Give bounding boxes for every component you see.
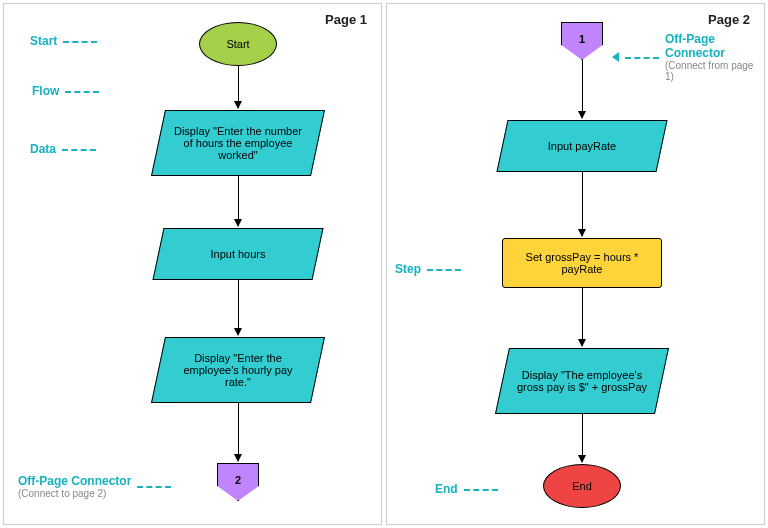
annot-offpage-in-text: Off-Page Connector (Connect from page 1) xyxy=(665,32,764,82)
dash-icon xyxy=(464,482,498,496)
dash-icon xyxy=(625,50,659,64)
annot-flow: Flow xyxy=(32,84,105,98)
data2-text: Input hours xyxy=(169,248,307,260)
annot-step-text: Step xyxy=(395,262,421,276)
annot-data: Data xyxy=(30,142,102,156)
p2-data2-text: Display "The employee's gross pay is $" … xyxy=(513,369,651,393)
flow-arrow-8 xyxy=(582,414,583,462)
flow-arrow-4 xyxy=(238,403,239,461)
page-2: Page 2 Off-Page Connector (Connect from … xyxy=(386,3,765,525)
data1-text: Display "Enter the number of hours the e… xyxy=(169,125,307,161)
annot-start: Start xyxy=(30,34,103,48)
connector-label-2: 2 xyxy=(235,474,241,486)
offpage-connector-in: 1 xyxy=(561,22,603,60)
data-display-2: Display "Enter the employee's hourly pay… xyxy=(151,337,325,403)
start-terminator: Start xyxy=(199,22,277,66)
data-display-gross: Display "The employee's gross pay is $" … xyxy=(495,348,669,414)
annot-offpage: Off-Page Connector (Connect to page 2) xyxy=(18,474,177,499)
dash-icon xyxy=(137,480,171,494)
offpage-sub: (Connect to page 2) xyxy=(18,488,131,499)
page-1: Page 1 Start Flow Data Off-Page Connecto… xyxy=(3,3,382,525)
start-label: Start xyxy=(226,38,249,50)
flow-arrow-7 xyxy=(582,288,583,346)
annot-start-text: Start xyxy=(30,34,57,48)
dash-icon xyxy=(427,262,461,276)
offpage-connector-out: 2 xyxy=(217,463,259,501)
dash-icon xyxy=(65,84,99,98)
flow-arrow-3 xyxy=(238,280,239,335)
annot-end: End xyxy=(435,482,504,496)
arrow-icon xyxy=(612,52,619,62)
offpage-label: Off-Page Connector xyxy=(18,474,131,488)
p2-data1-text: Input payRate xyxy=(513,140,651,152)
annot-flow-text: Flow xyxy=(32,84,59,98)
data3-text: Display "Enter the employee's hourly pay… xyxy=(169,352,307,388)
process-text: Set grossPay = hours * payRate xyxy=(513,251,651,275)
dash-icon xyxy=(62,142,96,156)
pages-container: Page 1 Start Flow Data Off-Page Connecto… xyxy=(0,0,768,528)
page-title-2: Page 2 xyxy=(708,12,750,27)
page-title-1: Page 1 xyxy=(325,12,367,27)
annot-data-text: Data xyxy=(30,142,56,156)
annot-end-text: End xyxy=(435,482,458,496)
data-input-hours: Input hours xyxy=(152,228,323,280)
end-terminator: End xyxy=(543,464,621,508)
dash-icon xyxy=(63,34,97,48)
flow-arrow-1 xyxy=(238,66,239,108)
offpage-in-label: Off-Page Connector xyxy=(665,32,725,60)
annot-offpage-text: Off-Page Connector (Connect to page 2) xyxy=(18,474,131,499)
annot-offpage-in: Off-Page Connector (Connect from page 1) xyxy=(612,32,764,82)
flow-arrow-2 xyxy=(238,176,239,226)
data-display-1: Display "Enter the number of hours the e… xyxy=(151,110,325,176)
annot-step: Step xyxy=(395,262,467,276)
flow-arrow-6 xyxy=(582,172,583,236)
connector-label-1: 1 xyxy=(579,33,585,45)
offpage-in-sub: (Connect from page 1) xyxy=(665,60,764,82)
process-grosspay: Set grossPay = hours * payRate xyxy=(502,238,662,288)
flow-arrow-5 xyxy=(582,60,583,118)
end-label: End xyxy=(572,480,592,492)
data-input-payrate: Input payRate xyxy=(496,120,667,172)
